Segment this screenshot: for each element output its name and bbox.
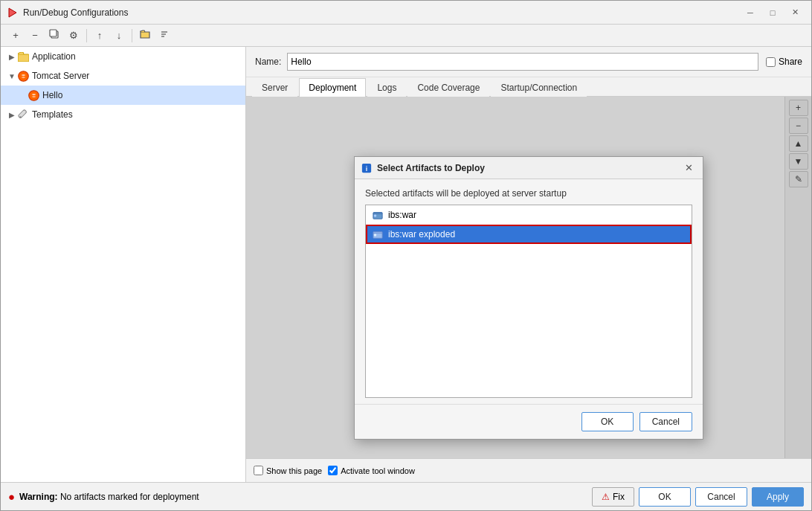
- svg-rect-2: [50, 30, 57, 36]
- folder-icon: [140, 30, 150, 41]
- apply-button[interactable]: Apply: [752, 487, 804, 507]
- toolbar-separator-1: [86, 29, 87, 42]
- tab-server[interactable]: Server: [252, 78, 297, 97]
- remove-config-button[interactable]: −: [26, 28, 44, 44]
- maximize-button[interactable]: □: [762, 4, 783, 22]
- warning-area: ● Warning: No artifacts marked for deplo…: [8, 490, 592, 503]
- tree-arrow-templates: ▶: [7, 111, 17, 119]
- modal-title-bar: i Select Artifacts to Deploy ✕: [355, 157, 703, 179]
- fix-button-label: Fix: [613, 492, 625, 502]
- window-controls: ─ □ ✕: [740, 4, 805, 22]
- warning-icon: ●: [8, 490, 15, 503]
- activate-tool-checkbox[interactable]: [328, 466, 338, 475]
- modal-title-icon: i: [361, 162, 373, 174]
- move-up-button[interactable]: ↑: [91, 28, 109, 44]
- fix-warning-icon: ⚠: [602, 492, 610, 502]
- close-button[interactable]: ✕: [784, 4, 805, 22]
- fix-button[interactable]: ⚠ Fix: [592, 487, 634, 507]
- sort-icon: [160, 30, 169, 41]
- minimize-button[interactable]: ─: [740, 4, 761, 22]
- tab-code-coverage[interactable]: Code Coverage: [407, 78, 489, 97]
- svg-point-7: [18, 71, 28, 81]
- share-option: Share: [766, 57, 802, 67]
- svg-point-9: [19, 116, 22, 118]
- cancel-button[interactable]: Cancel: [695, 487, 747, 507]
- tree-item-templates[interactable]: ▶ Templates: [1, 105, 245, 124]
- tab-logs[interactable]: Logs: [367, 78, 406, 97]
- move-down-button[interactable]: ↓: [110, 28, 128, 44]
- name-field-label: Name:: [255, 57, 281, 67]
- title-bar: Run/Debug Configurations ─ □ ✕: [1, 1, 811, 25]
- settings-button[interactable]: ⚙: [65, 28, 83, 44]
- artifact-item-ibs-war[interactable]: ibs:war: [366, 205, 692, 225]
- copy-config-button[interactable]: [45, 28, 63, 44]
- share-checkbox[interactable]: [766, 57, 776, 67]
- artifact-icon-ibs-war-exploded: [372, 229, 384, 240]
- right-panel-content: + − ▲ ▼ ✎: [246, 97, 811, 458]
- share-label[interactable]: Share: [779, 57, 802, 67]
- down-arrow-icon: ↓: [117, 30, 122, 41]
- modal-body: Selected artifacts will be deployed at s…: [355, 179, 703, 404]
- tomcat-icon: [17, 70, 29, 82]
- tree-item-hello[interactable]: Hello: [1, 86, 245, 105]
- select-artifacts-modal: i Select Artifacts to Deploy ✕ Selected …: [354, 156, 703, 440]
- sort-button[interactable]: [155, 28, 173, 44]
- tab-deployment[interactable]: Deployment: [299, 78, 366, 97]
- name-input[interactable]: [287, 53, 758, 71]
- artifact-icon-ibs-war: [372, 210, 384, 220]
- tabs-row: Server Deployment Logs Code Coverage Sta…: [246, 77, 811, 97]
- modal-cancel-button[interactable]: Cancel: [639, 412, 692, 431]
- tree-label-templates: Templates: [32, 109, 73, 120]
- artifact-item-ibs-war-exploded[interactable]: ibs:war exploded: [366, 225, 692, 244]
- minus-icon: −: [32, 30, 38, 41]
- svg-rect-6: [18, 54, 29, 62]
- name-row: Name: Share: [246, 47, 811, 77]
- artifact-label-ibs-war-exploded: ibs:war exploded: [388, 229, 455, 240]
- modal-ok-button[interactable]: OK: [581, 412, 634, 431]
- activate-tool-option: Activate tool window: [328, 466, 415, 475]
- wrench-icon: [17, 109, 29, 120]
- tree-item-application[interactable]: ▶ Application: [1, 47, 245, 66]
- tab-startup-connection[interactable]: Startup/Connection: [491, 78, 587, 97]
- tree-arrow-application: ▶: [7, 53, 17, 61]
- warning-text: Warning: No artifacts marked for deploym…: [19, 492, 199, 502]
- svg-point-13: [374, 214, 377, 217]
- modal-overlay: i Select Artifacts to Deploy ✕ Selected …: [246, 97, 811, 458]
- toolbar-separator-2: [132, 29, 132, 42]
- modal-artifacts-list[interactable]: ibs:war: [365, 205, 692, 398]
- action-buttons: ⚠ Fix OK Cancel Apply: [592, 487, 804, 507]
- folder-icon-application: [17, 51, 29, 62]
- add-config-button[interactable]: +: [7, 28, 25, 44]
- svg-point-15: [374, 234, 377, 237]
- warning-detail-text: No artifacts marked for deployment: [58, 492, 199, 502]
- tree-item-tomcat[interactable]: ▼ Tomcat Server: [1, 66, 245, 86]
- modal-title-text: Select Artifacts to Deploy: [377, 163, 676, 173]
- window-title: Run/Debug Configurations: [23, 7, 740, 18]
- show-page-checkbox[interactable]: [254, 466, 263, 475]
- show-page-label[interactable]: Show this page: [266, 466, 322, 475]
- tree-label-hello: Hello: [42, 90, 62, 100]
- action-bar: ● Warning: No artifacts marked for deplo…: [1, 482, 811, 510]
- toolbar: + − ⚙ ↑ ↓: [1, 25, 811, 47]
- artifact-label-ibs-war: ibs:war: [388, 210, 416, 220]
- modal-description: Selected artifacts will be deployed at s…: [365, 188, 692, 199]
- modal-footer: OK Cancel: [355, 404, 703, 439]
- app-icon: [7, 7, 19, 19]
- bottom-bar: Show this page Activate tool window: [246, 458, 811, 482]
- ok-button[interactable]: OK: [639, 487, 691, 507]
- tree-arrow-tomcat: ▼: [7, 72, 17, 80]
- up-arrow-icon: ↑: [97, 30, 103, 41]
- content-area: ▶ Application ▼: [1, 47, 811, 482]
- gear-icon: ⚙: [69, 30, 78, 41]
- copy-icon: [49, 29, 59, 42]
- folder-button[interactable]: [136, 28, 154, 44]
- warning-bold-text: Warning:: [19, 492, 58, 502]
- hello-icon: [28, 89, 39, 101]
- add-icon: +: [13, 30, 19, 41]
- svg-marker-0: [9, 8, 16, 17]
- right-panel: Name: Share Server Deployment Logs Code …: [246, 47, 811, 482]
- modal-close-button[interactable]: ✕: [680, 160, 697, 176]
- activate-tool-label[interactable]: Activate tool window: [341, 466, 415, 475]
- main-window: Run/Debug Configurations ─ □ ✕ + − ⚙: [0, 0, 812, 511]
- svg-text:i: i: [366, 164, 367, 172]
